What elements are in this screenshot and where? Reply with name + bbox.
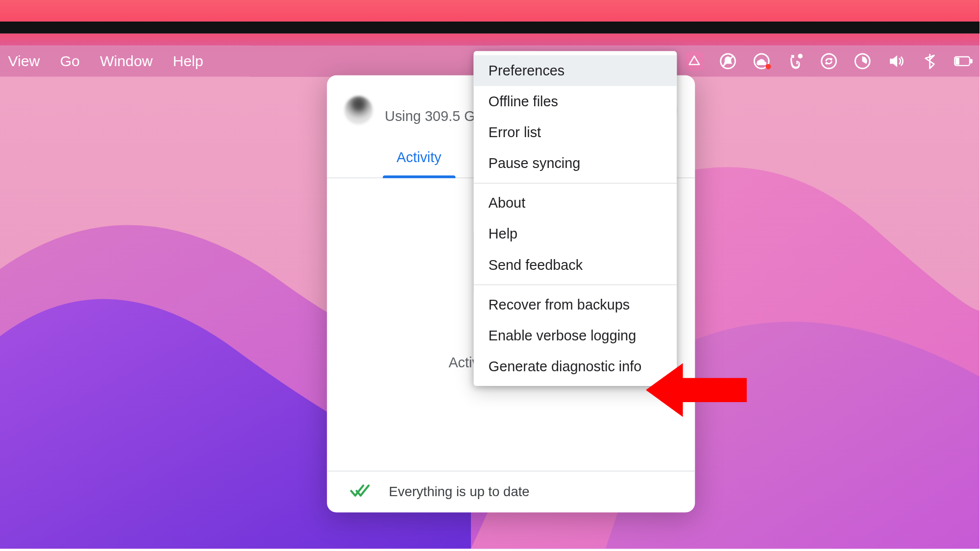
menu-offline-files[interactable]: Offline files <box>474 86 677 117</box>
menu-recover-from-backups[interactable]: Recover from backups <box>474 289 677 320</box>
battery-icon[interactable] <box>954 52 973 71</box>
menu-error-list[interactable]: Error list <box>474 117 677 148</box>
svg-marker-12 <box>646 363 747 417</box>
double-check-icon <box>350 483 371 501</box>
annotation-arrow <box>646 357 754 424</box>
menu-help[interactable]: Help <box>474 218 677 249</box>
menu-help[interactable]: Help <box>173 52 203 70</box>
bluetooth-icon[interactable] <box>920 52 939 71</box>
notifications-muted-icon[interactable] <box>718 52 737 71</box>
status-icons <box>685 52 974 71</box>
svg-point-4 <box>822 54 836 69</box>
cleanmymac-icon[interactable] <box>853 52 872 71</box>
menu-window[interactable]: Window <box>100 52 152 70</box>
menu-separator <box>474 183 677 183</box>
menu-go[interactable]: Go <box>60 52 80 70</box>
menu-view[interactable]: View <box>8 52 40 70</box>
status-text: Everything is up to date <box>389 484 530 500</box>
svg-rect-7 <box>970 59 972 63</box>
pink-bar <box>0 34 980 46</box>
volume-icon[interactable] <box>887 52 906 71</box>
svg-rect-8 <box>956 58 959 65</box>
evernote-icon[interactable] <box>786 52 805 71</box>
status-footer: Everything is up to date <box>327 471 695 512</box>
google-drive-menubar-icon[interactable] <box>685 52 704 71</box>
black-bar <box>0 22 980 34</box>
menu-send-feedback[interactable]: Send feedback <box>474 249 677 280</box>
user-avatar[interactable] <box>344 96 373 124</box>
menu-separator <box>474 285 677 285</box>
sync-icon[interactable] <box>819 52 838 71</box>
menu-enable-verbose-logging[interactable]: Enable verbose logging <box>474 320 677 351</box>
settings-dropdown: Preferences Offline files Error list Pau… <box>474 51 677 386</box>
weather-icon[interactable] <box>752 52 771 71</box>
menu-preferences[interactable]: Preferences <box>474 55 677 86</box>
menu-pause-syncing[interactable]: Pause syncing <box>474 148 677 179</box>
top-band <box>0 0 980 22</box>
menu-about[interactable]: About <box>474 188 677 218</box>
